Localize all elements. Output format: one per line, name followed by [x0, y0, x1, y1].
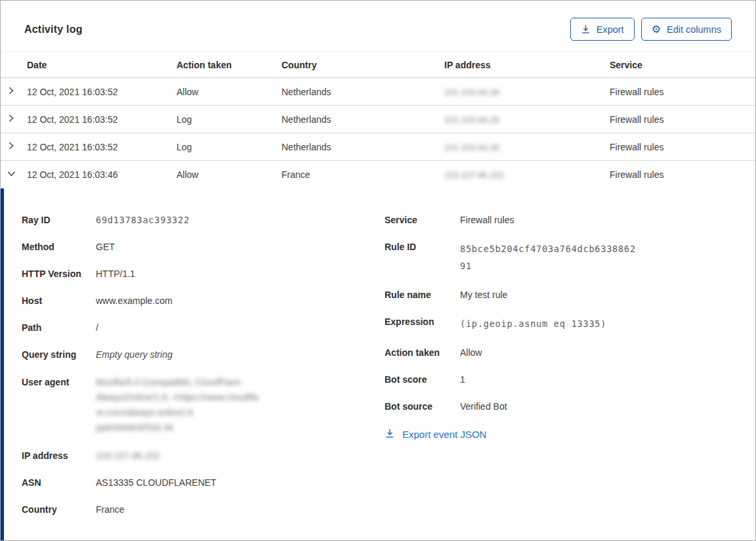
field-label: User agent: [22, 375, 96, 435]
field-label: Bot score: [385, 373, 460, 386]
field-value: Verified Bot: [460, 400, 507, 413]
detail-field-ray-id: Ray ID 69d13783ac393322: [22, 213, 369, 227]
detail-field-user-agent: User agent Mozilla/5.0 (compatible; Clou…: [22, 375, 369, 435]
detail-field-action-taken: Action taken Allow: [385, 346, 732, 359]
table-row[interactable]: 12 Oct, 2021 16:03:52 Log Netherlands 10…: [1, 133, 755, 161]
table-row[interactable]: 12 Oct, 2021 16:03:52 Log Netherlands 10…: [1, 106, 755, 133]
cell-service: Firewall rules: [610, 142, 755, 152]
field-value: AS13335 CLOUDFLARENET: [96, 476, 217, 489]
cell-ip-redacted: 101.103.44.28: [444, 115, 499, 125]
expand-row-button[interactable]: [1, 141, 27, 152]
col-header-action-taken: Action taken: [177, 60, 282, 70]
expand-row-button[interactable]: [1, 114, 27, 125]
field-value: /: [96, 321, 98, 334]
col-header-country: Country: [282, 60, 444, 70]
chevron-right-icon: [7, 141, 16, 152]
cell-country: Netherlands: [282, 142, 444, 152]
detail-field-service: Service Firewall rules: [385, 213, 732, 227]
cell-service: Firewall rules: [610, 87, 755, 97]
field-label: Ray ID: [22, 213, 96, 227]
field-label: Action taken: [385, 346, 460, 359]
field-label: Method: [22, 240, 96, 253]
table-header-row: Date Action taken Country IP address Ser…: [1, 51, 755, 78]
header: Activity log Export ⚙ Edit columns: [1, 1, 755, 51]
detail-field-bot-score: Bot score 1: [385, 373, 732, 386]
cell-country: Netherlands: [282, 114, 444, 125]
field-label: Rule ID: [385, 240, 460, 274]
toolbar: Export ⚙ Edit columns: [570, 18, 732, 41]
col-header-service: Service: [610, 60, 755, 70]
detail-field-query-string: Query string Empty query string: [22, 348, 369, 361]
cell-date: 12 Oct, 2021 16:03:52: [27, 87, 177, 97]
field-label: IP address: [22, 449, 96, 462]
gear-icon: ⚙: [652, 24, 661, 35]
detail-field-expression: Expression (ip.geoip.asnum eq 13335): [385, 315, 732, 332]
field-label: Path: [22, 321, 96, 334]
cell-action-taken: Allow: [177, 87, 282, 97]
cell-action-taken: Log: [177, 114, 282, 125]
chevron-right-icon: [7, 114, 16, 125]
event-detail-panel: Ray ID 69d13783ac393322 Method GET HTTP …: [1, 188, 755, 540]
field-value: HTTP/1.1: [96, 267, 135, 280]
col-header-ip-address: IP address: [444, 60, 610, 70]
cell-ip-redacted: 101.103.44.28: [444, 87, 499, 97]
edit-columns-button[interactable]: ⚙ Edit columns: [641, 18, 732, 41]
detail-field-asn: ASN AS13335 CLOUDFLARENET: [22, 476, 369, 489]
edit-columns-button-label: Edit columns: [667, 24, 721, 35]
chevron-down-icon: [7, 169, 16, 181]
detail-field-host: Host www.example.com: [22, 294, 369, 307]
field-label: Host: [22, 294, 96, 307]
cell-country: France: [282, 169, 444, 180]
download-icon: [581, 24, 591, 34]
field-value: www.example.com: [96, 294, 173, 307]
field-value-redacted: 103.107.46.152: [96, 450, 159, 461]
field-value: Allow: [460, 346, 482, 359]
detail-field-path: Path /: [22, 321, 369, 334]
activity-log-panel: Activity log Export ⚙ Edit columns Date: [0, 0, 756, 541]
field-value: France: [96, 503, 125, 516]
export-button-label: Export: [597, 24, 624, 35]
field-label: Bot source: [385, 400, 460, 413]
cell-action-taken: Allow: [177, 169, 282, 180]
collapse-row-button[interactable]: [1, 169, 27, 181]
detail-right-column: Service Firewall rules Rule ID 85bce5b20…: [385, 213, 732, 540]
export-event-json-label: Export event JSON: [402, 429, 486, 440]
detail-field-http-version: HTTP Version HTTP/1.1: [22, 267, 369, 280]
field-label: Rule name: [385, 288, 460, 301]
detail-field-rule-name: Rule name My test rule: [385, 288, 732, 301]
cell-date: 12 Oct, 2021 16:03:46: [27, 169, 177, 180]
detail-left-column: Ray ID 69d13783ac393322 Method GET HTTP …: [22, 213, 369, 540]
field-label: ASN: [22, 476, 96, 489]
field-value: Empty query string: [96, 348, 173, 361]
table-row-expanded[interactable]: 12 Oct, 2021 16:03:46 Allow France 103.1…: [1, 161, 755, 188]
field-value: 1: [460, 373, 465, 386]
cell-date: 12 Oct, 2021 16:03:52: [27, 142, 177, 152]
field-label: Service: [385, 213, 460, 227]
field-value: GET: [96, 240, 115, 253]
field-label: Query string: [22, 348, 96, 361]
field-label: HTTP Version: [22, 267, 96, 280]
page-title: Activity log: [24, 24, 83, 35]
cell-action-taken: Log: [177, 142, 282, 152]
export-event-json-link[interactable]: Export event JSON: [385, 428, 486, 441]
cell-service: Firewall rules: [610, 114, 755, 125]
detail-field-country: Country France: [22, 503, 369, 516]
col-header-date: Date: [27, 60, 177, 70]
field-label: Expression: [385, 315, 460, 332]
expand-row-button[interactable]: [1, 86, 27, 97]
cell-ip-redacted: 101.103.44.28: [444, 142, 499, 152]
field-value: 85bce5b204cf4703a764dcb633886291: [460, 240, 637, 274]
export-button[interactable]: Export: [570, 18, 635, 41]
detail-field-bot-source: Bot source Verified Bot: [385, 400, 732, 413]
cell-date: 12 Oct, 2021 16:03:52: [27, 114, 177, 125]
cell-ip-redacted: 103.107.46.152: [444, 170, 503, 180]
field-label: Country: [22, 503, 96, 516]
detail-field-rule-id: Rule ID 85bce5b204cf4703a764dcb633886291: [385, 240, 732, 274]
field-value: My test rule: [460, 288, 507, 301]
table-row[interactable]: 12 Oct, 2021 16:03:52 Allow Netherlands …: [1, 78, 755, 106]
cell-country: Netherlands: [282, 87, 444, 97]
field-value-redacted: Mozilla/5.0 (compatible; CloudFlare- Alw…: [96, 375, 259, 435]
chevron-right-icon: [7, 86, 16, 97]
cell-service: Firewall rules: [610, 169, 755, 180]
download-icon: [385, 428, 395, 441]
